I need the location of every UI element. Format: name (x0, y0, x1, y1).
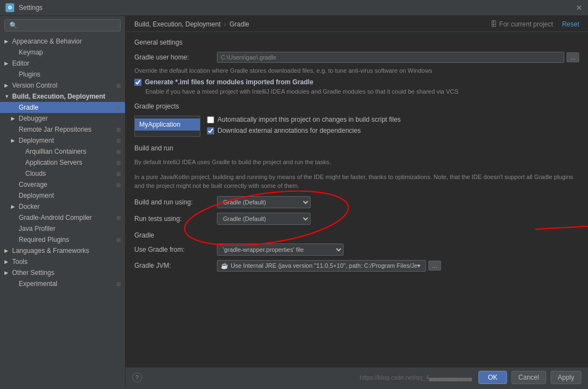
gradle-jvm-dropdown[interactable]: ☕ Use Internal JRE (java version "11.0.5… (217, 260, 426, 272)
jre-icon: ☕ (221, 262, 228, 269)
sidebar-item-deployment[interactable]: ▶ Deployment ⊞ (0, 135, 125, 146)
arrow-icon: ▶ (4, 61, 11, 66)
settings-icon: ⊞ (116, 281, 121, 287)
sidebar-item-appearance[interactable]: ▶ Appearance & Behavior (0, 36, 125, 47)
sidebar-item-coverage[interactable]: Coverage ⊞ (0, 179, 125, 190)
sidebar-item-languages[interactable]: ▶ Languages & Frameworks (0, 245, 125, 256)
run-tests-using-select[interactable]: Gradle (Default) (217, 213, 311, 225)
browse-button[interactable]: ... (567, 52, 579, 62)
gradle-user-home-input[interactable] (217, 52, 564, 63)
arrow-icon: ▶ (4, 83, 11, 88)
projects-list: MyApplication (134, 116, 200, 137)
download-annotations-checkbox[interactable] (207, 127, 214, 134)
window-title: Settings (19, 4, 42, 12)
arrow-icon: ▶ (4, 248, 11, 253)
close-button[interactable]: ✕ (576, 3, 582, 12)
gradle-jvm-label: Gradle JVM: (134, 262, 217, 269)
settings-icon: ⊞ (116, 160, 121, 166)
settings-icon: ⊞ (116, 127, 121, 133)
settings-icon: ⊞ (116, 105, 121, 111)
auto-import-row: Automatically import this project on cha… (207, 116, 579, 123)
sidebar-item-deployment2[interactable]: Deployment (0, 190, 125, 201)
sidebar-item-required-plugins[interactable]: Required Plugins ⊞ (0, 234, 125, 245)
title-bar: ⚙ Settings ✕ (0, 0, 588, 16)
gradle-user-home-hint: Override the default location where Grad… (134, 67, 579, 74)
build-run-info: In a pure Java/Kotlin project, building … (134, 172, 579, 191)
watermark: https://blog.csdn.net/qq_4▄▄▄▄▄▄▄▄▄▄ (360, 374, 472, 381)
sidebar-item-remote-jar[interactable]: Remote Jar Repositories ⊞ (0, 124, 125, 135)
generate-iml-row: Generate *.iml files for modules importe… (134, 78, 579, 86)
build-run-title: Build and run (134, 144, 579, 152)
help-button[interactable]: ? (132, 372, 142, 382)
breadcrumb-current: Gradle (230, 20, 249, 28)
sidebar-item-version-control[interactable]: ▶ Version Control ⊞ (0, 80, 125, 91)
general-settings-title: General settings (134, 39, 579, 46)
gradle-user-home-label: Gradle user home: (134, 53, 217, 61)
breadcrumb: Build, Execution, Deployment › Gradle (134, 20, 249, 28)
gradle-project-settings: Automatically import this project on cha… (207, 116, 579, 137)
settings-icon: ⊞ (116, 215, 121, 221)
settings-icon: ⊞ (116, 149, 121, 155)
arrow-icon: ▼ (4, 94, 11, 99)
arrow-icon: ▶ (4, 39, 11, 44)
settings-icon: ⊞ (116, 171, 121, 177)
generate-iml-checkbox[interactable] (134, 79, 141, 86)
arrow-icon: ▶ (4, 270, 11, 275)
ok-button[interactable]: OK (478, 371, 507, 384)
sidebar-item-tools[interactable]: ▶ Tools (0, 256, 125, 267)
build-run-hint: By default IntelliJ IDEA uses Gradle to … (134, 158, 579, 167)
gradle-projects-title: Gradle projects (134, 102, 579, 110)
build-run-dropdowns: Build and run using: Gradle (Default) Ru… (134, 196, 579, 225)
build-run-using-label: Build and run using: (134, 198, 217, 206)
sidebar-item-clouds[interactable]: Clouds ⊞ (0, 168, 125, 179)
arrow-icon: ▶ (11, 116, 18, 121)
breadcrumb-parent: Build, Execution, Deployment (134, 20, 221, 28)
generate-iml-label: Generate *.iml files for modules importe… (145, 78, 313, 86)
app-icon: ⚙ (6, 3, 14, 12)
reset-button[interactable]: Reset (562, 20, 579, 28)
for-current-project: 🗄 For current project (491, 20, 553, 28)
sidebar-item-java-profiler[interactable]: Java Profiler (0, 223, 125, 234)
download-annotations-label: Download external annotations for depend… (217, 127, 361, 134)
gradle-user-home-row: Gradle user home: ... (134, 52, 579, 63)
sidebar-item-keymap[interactable]: Keymap (0, 47, 125, 58)
arrow-icon: ▶ (11, 138, 18, 143)
settings-icon: ⊞ (116, 83, 121, 89)
run-tests-using-row: Run tests using: Gradle (Default) (134, 213, 579, 225)
sidebar: ▶ Appearance & Behavior Keymap ▶ Editor … (0, 16, 126, 387)
sidebar-item-other-settings[interactable]: ▶ Other Settings (0, 267, 125, 278)
sidebar-item-editor[interactable]: ▶ Editor (0, 58, 125, 69)
generate-iml-hint: Enable if you have a mixed project with … (145, 88, 579, 95)
gradle-section-title: Gradle (134, 231, 579, 239)
project-item-myapp[interactable]: MyApplication (135, 118, 200, 131)
cancel-button[interactable]: Cancel (511, 371, 546, 384)
sidebar-item-app-servers[interactable]: Application Servers ⊞ (0, 157, 125, 168)
arrow-icon: ▶ (4, 259, 11, 264)
sidebar-item-build[interactable]: ▼ Build, Execution, Deployment (0, 91, 125, 102)
sidebar-item-plugins[interactable]: Plugins (0, 69, 125, 80)
search-input[interactable] (4, 19, 121, 31)
arrow-icon: ▶ (11, 204, 18, 209)
auto-import-checkbox[interactable] (207, 116, 214, 123)
jvm-browse-button[interactable]: ... (428, 261, 441, 271)
content-area: Build, Execution, Deployment › Gradle 🗄 … (126, 16, 588, 387)
build-run-using-select[interactable]: Gradle (Default) (217, 196, 311, 208)
gradle-projects-section: MyApplication Automatically import this … (134, 116, 579, 137)
apply-button[interactable]: Apply (551, 371, 581, 384)
settings-icon: ⊞ (116, 237, 121, 243)
sidebar-item-debugger[interactable]: ▶ Debugger (0, 113, 125, 124)
sidebar-tree: ▶ Appearance & Behavior Keymap ▶ Editor … (0, 35, 125, 387)
use-gradle-from-select[interactable]: 'gradle-wrapper.properties' file (217, 244, 344, 256)
sidebar-item-docker[interactable]: ▶ Docker (0, 201, 125, 212)
settings-icon: ⊞ (116, 182, 121, 188)
sidebar-item-experimental[interactable]: Experimental ⊞ (0, 278, 125, 289)
sidebar-item-gradle[interactable]: Gradle ⊞ (0, 102, 125, 113)
run-tests-using-label: Run tests using: (134, 215, 217, 223)
settings-icon: ⊞ (116, 138, 121, 144)
build-run-using-row: Build and run using: Gradle (Default) (134, 196, 579, 208)
breadcrumb-separator: › (224, 20, 226, 28)
gradle-jvm-row: Gradle JVM: ☕ Use Internal JRE (java ver… (134, 260, 579, 272)
sidebar-item-gradle-android[interactable]: Gradle-Android Compiler ⊞ (0, 212, 125, 223)
sidebar-item-arquillian[interactable]: Arquillian Containers ⊞ (0, 146, 125, 157)
gradle-jvm-value: Use Internal JRE (java version "11.0.5+1… (231, 262, 422, 269)
